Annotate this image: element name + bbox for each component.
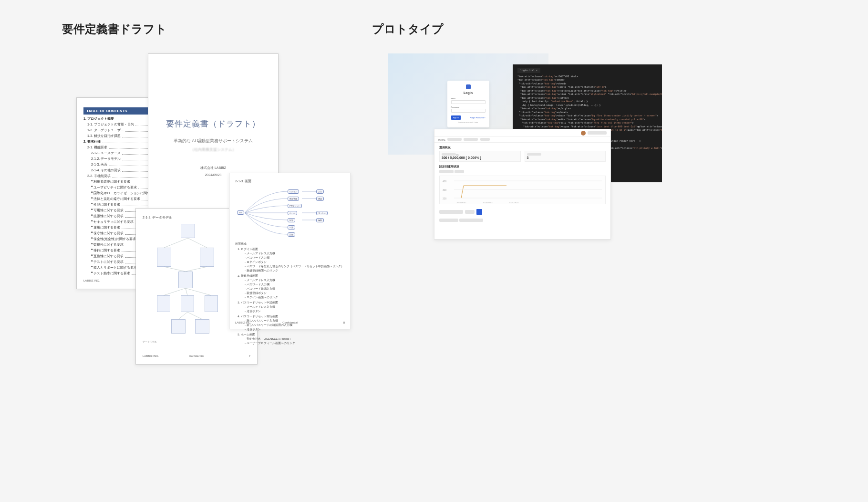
datamodel-caption: データモデル bbox=[143, 340, 250, 343]
svg-text:400: 400 bbox=[443, 180, 447, 183]
dashboard-topbar bbox=[434, 129, 610, 137]
dashboard-section1-label: 運用状況 bbox=[439, 146, 606, 150]
flow-sublist-item: 契約会社名（LICENSEE の name） bbox=[245, 337, 345, 341]
datamodel-footer-left: LABBIZ INC. bbox=[143, 355, 159, 357]
doc-subtitle: 革新的な AI 駆動型業務サポートシステム bbox=[174, 138, 253, 144]
prototype-dashboard: HOME 運用状況 [%] 300 / 5,000,000 [ 0.006% ]… bbox=[434, 129, 611, 240]
password-field[interactable] bbox=[451, 109, 486, 113]
dashboard-nav: HOME bbox=[434, 137, 610, 143]
section-title-draft: 要件定義書ドラフト bbox=[62, 21, 167, 37]
flow-list-item: 新規登録画面メールアドレス入力欄パスワード入力欄パスワード確認入力欄新規登録ボタ… bbox=[241, 274, 345, 300]
flow-footer-page: 8 bbox=[343, 321, 345, 324]
flow-list-item: ホーム画面契約会社名（LICENSEE の name）ユーザープロフィール画面へ… bbox=[241, 333, 345, 345]
flow-sublist-item: メールアドレス入力欄 bbox=[245, 251, 345, 256]
forgot-password-link[interactable]: Forgot Password? bbox=[470, 116, 485, 119]
dashboard-chart: 400 300 200 2024-08-02 2024-08-03 2024-0… bbox=[439, 176, 606, 204]
svg-line-3 bbox=[186, 267, 207, 272]
flow-sublist-item: ログイン画面へのリンク bbox=[245, 295, 345, 300]
flow-sublist-item: パスワード入力欄 bbox=[245, 256, 345, 260]
svg-text:200: 200 bbox=[443, 197, 447, 200]
stat-card-2: 3 bbox=[525, 151, 606, 162]
username-blurred bbox=[588, 131, 607, 135]
flow-sublist-item: パスワード確認入力欄 bbox=[245, 287, 345, 291]
flow-screen-list: ログイン画面メールアドレス入力欄パスワード入力欄ログインボタンパスワードを忘れた… bbox=[235, 247, 345, 345]
flow-diagram: root ログイン 新規登録 PWリセット ホーム 設定 一覧 詳細 入力 確認… bbox=[235, 187, 345, 239]
svg-line-6 bbox=[186, 288, 211, 295]
stat-card-1-value: 300 / 5,000,000 [ 0.006% ] bbox=[442, 156, 481, 159]
doc-title: 要件定義書（ドラフト） bbox=[166, 118, 260, 129]
login-title: Login bbox=[464, 91, 473, 94]
login-card: Login email Password Sign In Forgot Pass… bbox=[447, 81, 489, 127]
svg-line-7 bbox=[178, 312, 187, 319]
flow-sublist-item: ログインボタン bbox=[245, 260, 345, 264]
flow-list-item: ログイン画面メールアドレス入力欄パスワード入力欄ログインボタンパスワードを忘れた… bbox=[241, 247, 345, 273]
signin-button[interactable]: Sign In bbox=[451, 115, 461, 120]
nav-home[interactable]: HOME bbox=[438, 138, 445, 141]
section-title-prototype: プロトタイプ bbox=[372, 21, 444, 37]
search-button[interactable] bbox=[476, 209, 482, 215]
dashboard-footer-controls bbox=[439, 207, 606, 217]
svg-line-5 bbox=[186, 288, 187, 295]
page-flow: 2-1-3. 画面 root ログイン 新規登録 PWリセット ホーム 設定 一… bbox=[229, 173, 351, 329]
flow-sublist-item: メールアドレス入力欄 bbox=[245, 278, 345, 282]
avatar-icon[interactable] bbox=[581, 131, 586, 136]
svg-line-2 bbox=[164, 267, 186, 272]
svg-line-4 bbox=[164, 288, 186, 295]
login-app-icon bbox=[466, 84, 471, 89]
toc-footer: LABBIZ INC. bbox=[83, 279, 100, 282]
code-tab[interactable]: login.html × bbox=[517, 68, 540, 73]
datamodel-footer-page: 7 bbox=[249, 355, 250, 357]
svg-line-1 bbox=[188, 238, 207, 248]
email-field[interactable] bbox=[451, 100, 486, 104]
login-footnote: Don't have an account? Create bbox=[458, 122, 478, 124]
flow-sublist-item: 新規登録画面へのリンク bbox=[245, 269, 345, 273]
svg-text:2024-08-02: 2024-08-02 bbox=[456, 201, 466, 204]
svg-text:2024-08-04: 2024-08-04 bbox=[509, 201, 519, 204]
dashboard-section2-label: 設定別運用状況 bbox=[439, 165, 606, 169]
svg-line-8 bbox=[187, 312, 202, 319]
flow-sublist-item: メールアドレス入力欄 bbox=[245, 305, 345, 309]
datamodel-footer-center: Confidential bbox=[189, 355, 204, 357]
flow-header: 2-1-3. 画面 bbox=[235, 179, 345, 184]
doc-date: 2024/05/23 bbox=[205, 173, 221, 177]
flow-list-item: パスワードリセット申請画面メールアドレス入力欄送信ボタン bbox=[241, 301, 345, 314]
flow-sublist-item: 送信ボタン bbox=[245, 327, 345, 332]
flow-footer-left: LABBIZ INC. bbox=[235, 321, 251, 324]
password-label: Password bbox=[451, 106, 486, 108]
email-label: email bbox=[451, 97, 486, 100]
stat-card-1: [%] 300 / 5,000,000 [ 0.006% ] bbox=[439, 151, 521, 162]
flow-sublist-item: パスワード入力欄 bbox=[245, 282, 345, 287]
svg-line-0 bbox=[164, 238, 188, 248]
flow-section-title: 画面構成 bbox=[235, 242, 345, 246]
svg-text:2024-08-03: 2024-08-03 bbox=[483, 201, 493, 204]
stat-card-2-value: 3 bbox=[527, 156, 529, 159]
flow-footer-center: Confidential bbox=[282, 321, 298, 324]
flow-sublist-item: パスワードを忘れた場合のリンク（パスワードリセット申請画面へリンク） bbox=[245, 264, 345, 269]
svg-text:300: 300 bbox=[443, 188, 447, 191]
flow-sublist-item: 送信ボタン bbox=[245, 309, 345, 314]
flow-sublist-item: 新規登録ボタン bbox=[245, 291, 345, 295]
flow-sublist-item: ユーザープロフィール画面へのリンク bbox=[245, 341, 345, 345]
doc-company: 株式会社 LABBIZ bbox=[200, 166, 226, 170]
doc-sub2: （社内業務支援システム） bbox=[190, 147, 236, 152]
